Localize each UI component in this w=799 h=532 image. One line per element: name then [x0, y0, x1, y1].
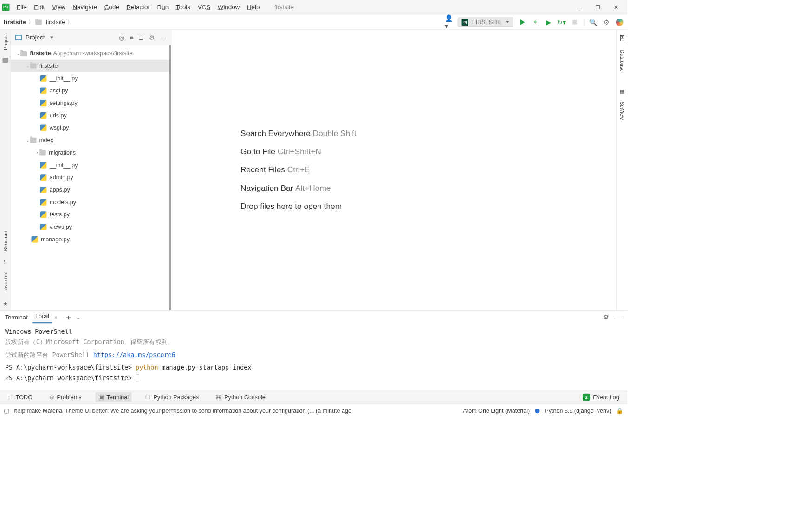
tree-file[interactable]: admin.py	[11, 171, 171, 184]
tool-tab-sciview[interactable]: SciView	[619, 99, 625, 122]
run-config-selector[interactable]: dj FIRSTSITE	[458, 17, 513, 26]
tree-node-label: __init__.py	[50, 75, 78, 82]
tool-tab-python-packages[interactable]: ❒Python Packages	[143, 392, 202, 402]
hide-icon[interactable]: —	[616, 313, 622, 321]
add-user-icon[interactable]: 👤▾	[445, 18, 453, 26]
menu-vcs[interactable]: VCS	[194, 2, 214, 12]
tool-tab-python-console[interactable]: ⌘Python Console	[213, 392, 268, 402]
close-tab-icon[interactable]: ×	[54, 314, 57, 320]
database-icon[interactable]: 🗄	[619, 35, 625, 42]
breadcrumb[interactable]: firstsite 〉 firstsite 〉	[4, 19, 73, 26]
terminal-output[interactable]: Windows PowerShell 版权所有（C）Microsoft Corp…	[0, 324, 627, 390]
tree-file[interactable]: __init__.py	[11, 72, 171, 84]
terminal-line: 版权所有（C）Microsoft Corporation。保留所有权利。	[5, 337, 622, 348]
menu-run[interactable]: Run	[154, 2, 172, 12]
tree-node-label: tests.py	[50, 211, 70, 218]
tree-file[interactable]: __init__.py	[11, 159, 171, 171]
menu-window[interactable]: Window	[214, 2, 243, 12]
hint-nav-bar: Navigation BarAlt+Home	[240, 183, 331, 193]
breadcrumb-root[interactable]: firstsite	[4, 19, 26, 26]
menu-view[interactable]: View	[48, 2, 69, 12]
project-files-icon[interactable]	[2, 58, 8, 63]
tree-file[interactable]: models.py	[11, 196, 171, 208]
menu-navigate[interactable]: Navigate	[69, 2, 101, 12]
caret-down-icon[interactable]: ⌄	[26, 138, 30, 143]
caret-down-icon[interactable]: ⌄	[16, 51, 20, 56]
run-button[interactable]	[518, 18, 526, 26]
editor-empty-hints: Search EverywhereDouble Shift Go to File…	[171, 30, 616, 310]
status-interpreter[interactable]: Python 3.9 (django_venv)	[545, 408, 611, 414]
tree-file[interactable]: tests.py	[11, 208, 171, 221]
gear-icon[interactable]: ⚙	[603, 313, 609, 321]
python-file-icon	[40, 224, 46, 230]
run-coverage-button[interactable]: ▶	[545, 18, 552, 26]
project-tree[interactable]: ⌄ firstsite A:\pycharm-workspace\firstsi…	[11, 45, 171, 310]
tool-tab-database[interactable]: Database	[619, 48, 625, 74]
tree-file-manage[interactable]: manage.py	[11, 233, 171, 246]
tree-file[interactable]: wsgi.py	[11, 122, 171, 134]
tree-root-label: firstsite	[30, 50, 51, 57]
tree-file[interactable]: views.py	[11, 221, 171, 234]
tree-node-label: migrations	[49, 149, 76, 156]
stop-button[interactable]	[571, 18, 578, 26]
tree-folder-index[interactable]: ⌄ index	[11, 134, 171, 147]
tool-window-toggle-icon[interactable]: ▢	[4, 408, 9, 415]
status-message[interactable]: help make Material Theme UI better: We a…	[14, 408, 351, 414]
tool-tab-terminal[interactable]: ▣Terminal	[95, 392, 131, 402]
run-config-label: FIRSTSITE	[472, 19, 502, 25]
tree-root[interactable]: ⌄ firstsite A:\pycharm-workspace\firstsi…	[11, 47, 171, 60]
terminal-line: 尝试新的跨平台 PowerShell https://aka.ms/pscore…	[5, 350, 622, 360]
breadcrumb-child[interactable]: firstsite	[45, 19, 65, 26]
terminal-line: Windows PowerShell	[5, 326, 622, 337]
search-icon[interactable]: 🔍	[589, 18, 597, 26]
collapse-all-icon[interactable]: ≣	[138, 33, 144, 41]
chevron-down-icon[interactable]: ⌄	[76, 314, 80, 320]
tree-file[interactable]: apps.py	[11, 184, 171, 196]
status-theme[interactable]: Atom One Light (Material)	[463, 408, 530, 414]
minimize-button[interactable]: —	[571, 0, 589, 14]
menu-edit[interactable]: Edit	[30, 2, 48, 12]
python-file-icon	[40, 100, 46, 106]
maximize-button[interactable]: ☐	[589, 0, 607, 14]
tool-tab-project[interactable]: Project	[2, 32, 8, 52]
status-indicator-icon	[535, 409, 539, 413]
tool-tab-todo[interactable]: ≣TODO	[5, 392, 35, 402]
lock-icon[interactable]: 🔒	[616, 408, 624, 415]
tree-node-label: wsgi.py	[50, 124, 69, 131]
caret-down-icon[interactable]: ⌄	[26, 64, 30, 68]
tool-tab-event-log[interactable]: 2Event Log	[580, 392, 622, 402]
menu-help[interactable]: Help	[243, 2, 263, 12]
pscore-link[interactable]: https://aka.ms/pscore6	[93, 351, 175, 358]
menu-code[interactable]: Code	[101, 2, 123, 12]
close-button[interactable]: ✕	[607, 0, 625, 14]
caret-right-icon[interactable]: ›	[35, 150, 39, 155]
tree-file[interactable]: urls.py	[11, 110, 171, 122]
menu-file[interactable]: File	[13, 2, 30, 12]
warning-icon: ⊖	[49, 394, 54, 401]
menu-tools[interactable]: Tools	[172, 2, 194, 12]
tree-node-label: manage.py	[41, 236, 70, 243]
ide-services-icon[interactable]	[616, 18, 624, 26]
gear-icon[interactable]: ⚙	[149, 33, 155, 41]
add-terminal-icon[interactable]: ＋	[65, 312, 72, 323]
project-header-label[interactable]: Project	[26, 34, 45, 41]
chevron-down-icon[interactable]	[50, 36, 53, 39]
locate-icon[interactable]: ◎	[119, 33, 125, 41]
tool-tab-problems[interactable]: ⊖Problems	[46, 392, 84, 402]
rerun-button[interactable]: ↻▾	[558, 18, 565, 26]
terminal-tabs: Terminal: Local × ＋ ⌄ ⚙ —	[0, 310, 627, 324]
terminal-tab-local[interactable]: Local	[32, 311, 52, 323]
tree-file[interactable]: asgi.py	[11, 84, 171, 97]
sciview-icon[interactable]: ▦	[620, 89, 624, 95]
tool-tab-structure[interactable]: Structure	[2, 228, 8, 253]
tree-folder-firstsite[interactable]: ⌄ firstsite	[11, 60, 171, 72]
tree-folder-migrations[interactable]: › migrations	[11, 147, 171, 159]
hide-icon[interactable]: —	[160, 33, 167, 41]
tree-file[interactable]: settings.py	[11, 97, 171, 110]
expand-all-icon[interactable]: ≡	[130, 33, 133, 41]
menu-refactor[interactable]: Refactor	[123, 2, 154, 12]
tool-tab-favorites[interactable]: Favorites	[2, 270, 8, 295]
debug-button[interactable]: ⌖	[532, 18, 539, 26]
settings-icon[interactable]: ⚙	[603, 18, 611, 26]
terminal-icon: ▣	[98, 394, 104, 401]
